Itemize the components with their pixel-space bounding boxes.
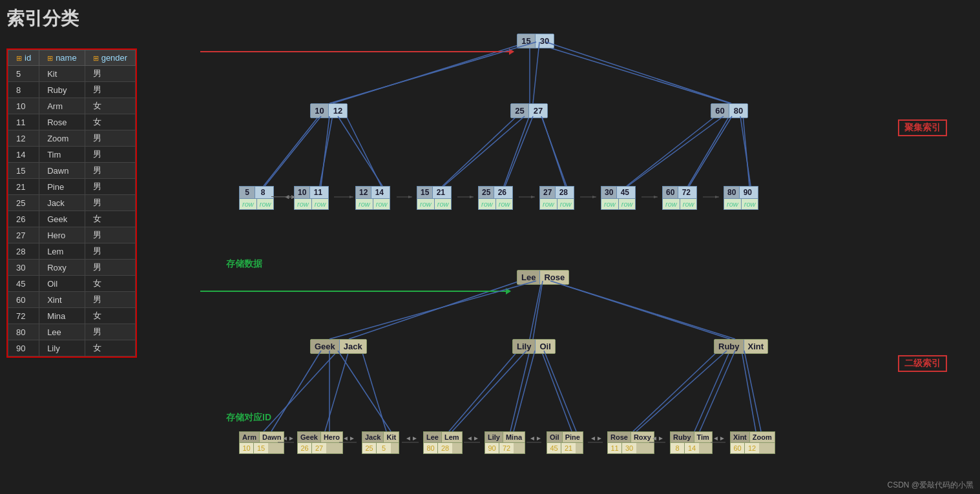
table-cell-gender: 男 [85, 292, 135, 308]
svg-line-54 [700, 351, 735, 431]
svg-line-7 [504, 115, 530, 186]
table-row: 5Kit男 [8, 66, 136, 82]
table-row: 30Roxy男 [8, 260, 136, 276]
svg-line-10 [688, 115, 730, 186]
table-cell-gender: 男 [85, 179, 135, 195]
svg-line-5 [346, 115, 381, 186]
table-cell-id: 12 [8, 130, 39, 147]
table-cell-id: 60 [8, 292, 39, 308]
table-row: 28Lem男 [8, 243, 136, 260]
svg-line-46 [550, 281, 735, 339]
data-table: ⊞id ⊞name ⊞gender 5Kit男8Ruby男10Arm女11Ros… [8, 50, 136, 356]
svg-line-31 [505, 116, 533, 186]
table-row: 14Tim男 [8, 147, 136, 163]
watermark: CSDN @爱敲代码的小黑 [887, 480, 974, 491]
svg-line-22 [694, 351, 730, 431]
cl2m-cell1: 25 [511, 104, 529, 118]
sec-l2-left: Geek Jack [310, 339, 367, 354]
table-cell-name: Jack [39, 195, 85, 211]
table-row: 15Dawn男 [8, 163, 136, 179]
svg-line-27 [265, 116, 321, 186]
table-cell-name: Lem [39, 243, 85, 260]
table-cell-gender: 男 [85, 227, 135, 243]
svg-line-3 [264, 115, 320, 186]
cluster-l2-mid: 25 27 [510, 103, 548, 118]
svg-line-51 [514, 351, 535, 431]
table-cell-id: 21 [8, 179, 39, 195]
table-container: ⊞id ⊞name ⊞gender 5Kit男8Ruby男10Arm女11Ros… [6, 48, 137, 358]
table-row: 26Geek女 [8, 211, 136, 227]
table-row: 72Mina女 [8, 308, 136, 324]
page-title: 索引分类 [6, 6, 974, 31]
sec-leaf-7: Rose Roxy 11 30 [607, 431, 654, 454]
lines-svg-2: ◄► ◄► ◄► ◄► ◄► ◄► ◄► ◄► [0, 0, 980, 494]
table-cell-id: 28 [8, 243, 39, 260]
svg-line-17 [362, 351, 386, 431]
svg-text:◄►: ◄► [713, 435, 725, 442]
cluster-leaf-8: 60 72 row row [662, 186, 697, 210]
table-cell-gender: 男 [85, 243, 135, 260]
table-cell-name: Lee [39, 324, 85, 340]
table-cell-gender: 男 [85, 163, 135, 179]
sec-leaf-1: Arm Dawn 10 15 [239, 431, 284, 454]
cluster-root-cell2: 30 [536, 34, 554, 48]
sec-leaf-8: Ruby Tim 8 14 [670, 431, 713, 454]
table-cell-gender: 女 [85, 211, 135, 227]
col-name: ⊞name [39, 50, 85, 66]
svg-line-16 [325, 351, 349, 431]
svg-text:◄►: ◄► [466, 435, 479, 442]
table-row: 12Zoom男 [8, 130, 136, 147]
table-row: 90Lily女 [8, 340, 136, 356]
table-cell-name: Mina [39, 308, 85, 324]
table-cell-gender: 女 [85, 114, 135, 130]
cl2r-cell2: 80 [729, 104, 747, 118]
arrow-to-cluster-root [200, 51, 514, 52]
sec-root: Lee Rose [517, 270, 569, 285]
cluster-leaf-6: 27 28 row row [539, 186, 574, 210]
table-cell-name: Tim [39, 147, 85, 163]
table-cell-gender: 男 [85, 260, 135, 276]
svg-line-35 [740, 116, 751, 186]
svg-line-49 [338, 351, 391, 431]
svg-line-53 [636, 351, 727, 431]
table-row: 60Xint男 [8, 292, 136, 308]
table-row: 11Rose女 [8, 114, 136, 130]
table-row: 21Pine男 [8, 179, 136, 195]
table-cell-name: Kit [39, 66, 85, 82]
svg-line-14 [552, 282, 730, 339]
svg-line-6 [443, 115, 518, 186]
secondary-index-label: 二级索引 [898, 355, 947, 372]
sec-leaf-9: Xint Zoom 60 12 [730, 431, 775, 454]
cluster-leaf-4: 15 21 row row [417, 186, 452, 210]
svg-line-8 [541, 115, 565, 186]
table-cell-name: Hero [39, 227, 85, 243]
table-cell-name: Rose [39, 114, 85, 130]
svg-line-26 [546, 42, 731, 103]
svg-text:◄►: ◄► [405, 435, 418, 442]
col-gender: ⊞gender [85, 50, 135, 66]
cl2r-cell1: 60 [711, 104, 729, 118]
svg-line-21 [633, 351, 718, 431]
svg-line-15 [264, 351, 338, 431]
table-cell-id: 8 [8, 82, 39, 98]
table-cell-gender: 男 [85, 82, 135, 98]
table-cell-id: 15 [8, 163, 39, 179]
svg-line-25 [533, 42, 539, 103]
sec-leaf-2: Geek Hero 26 27 [297, 431, 343, 454]
sec-leaf-6: Oil Pine 45 21 [547, 431, 583, 454]
table-cell-name: Geek [39, 211, 85, 227]
sec-l2-mid: Lily Oil [512, 339, 556, 354]
store-id-label: 存储对应ID [226, 412, 271, 424]
cl2l-cell2: 12 [329, 104, 347, 118]
svg-line-19 [510, 351, 530, 431]
svg-line-55 [744, 351, 761, 431]
svg-line-52 [544, 351, 576, 431]
svg-line-33 [628, 116, 724, 186]
table-cell-id: 72 [8, 308, 39, 324]
svg-text:◄►: ◄► [529, 435, 542, 442]
svg-line-13 [530, 282, 541, 339]
svg-line-30 [444, 116, 525, 186]
svg-line-29 [338, 116, 382, 186]
cluster-l2-right: 60 80 [711, 103, 748, 118]
svg-line-20 [541, 351, 572, 431]
